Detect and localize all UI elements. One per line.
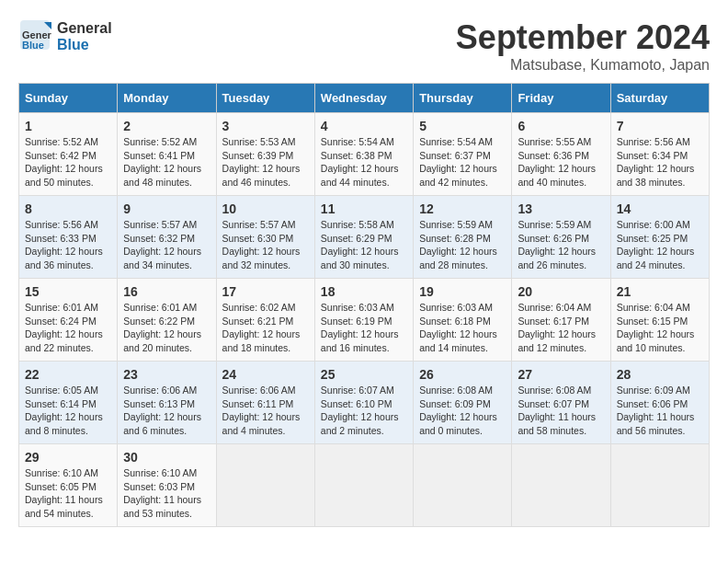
day-number: 27 bbox=[518, 367, 604, 382]
calendar-cell: 7 Sunrise: 5:56 AM Sunset: 6:34 PM Dayli… bbox=[610, 113, 709, 196]
day-info: Sunrise: 6:08 AM Sunset: 6:07 PM Dayligh… bbox=[518, 384, 604, 438]
calendar-cell: 17 Sunrise: 6:02 AM Sunset: 6:21 PM Dayl… bbox=[216, 279, 314, 362]
day-info: Sunrise: 6:03 AM Sunset: 6:19 PM Dayligh… bbox=[321, 301, 407, 355]
day-info: Sunrise: 5:53 AM Sunset: 6:39 PM Dayligh… bbox=[222, 135, 309, 190]
day-info: Sunrise: 5:59 AM Sunset: 6:26 PM Dayligh… bbox=[518, 218, 604, 272]
calendar-cell bbox=[512, 444, 610, 527]
day-number: 5 bbox=[419, 119, 506, 133]
day-number: 26 bbox=[419, 367, 506, 382]
calendar-cell bbox=[216, 444, 314, 527]
day-info: Sunrise: 5:54 AM Sunset: 6:37 PM Dayligh… bbox=[419, 135, 506, 190]
calendar-table: Sunday Monday Tuesday Wednesday Thursday… bbox=[18, 83, 710, 527]
calendar-header-row: Sunday Monday Tuesday Wednesday Thursday… bbox=[19, 84, 710, 113]
svg-text:Blue: Blue bbox=[22, 40, 44, 51]
day-number: 20 bbox=[518, 284, 604, 299]
calendar-cell: 14 Sunrise: 6:00 AM Sunset: 6:25 PM Dayl… bbox=[610, 196, 709, 279]
location-subtitle: Matsubase, Kumamoto, Japan bbox=[456, 57, 710, 74]
calendar-cell: 1 Sunrise: 5:52 AM Sunset: 6:42 PM Dayli… bbox=[19, 113, 118, 196]
day-info: Sunrise: 6:04 AM Sunset: 6:15 PM Dayligh… bbox=[617, 301, 703, 355]
calendar-cell: 22 Sunrise: 6:05 AM Sunset: 6:14 PM Dayl… bbox=[19, 362, 118, 444]
calendar-cell: 6 Sunrise: 5:55 AM Sunset: 6:36 PM Dayli… bbox=[512, 113, 610, 196]
day-info: Sunrise: 6:04 AM Sunset: 6:17 PM Dayligh… bbox=[518, 301, 604, 355]
header-saturday: Saturday bbox=[610, 84, 709, 113]
day-info: Sunrise: 6:01 AM Sunset: 6:22 PM Dayligh… bbox=[123, 301, 210, 355]
calendar-cell: 29 Sunrise: 6:10 AM Sunset: 6:05 PM Dayl… bbox=[19, 444, 118, 527]
calendar-cell bbox=[610, 444, 709, 527]
day-number: 19 bbox=[419, 284, 506, 299]
day-info: Sunrise: 6:05 AM Sunset: 6:14 PM Dayligh… bbox=[25, 384, 111, 438]
day-info: Sunrise: 5:55 AM Sunset: 6:36 PM Dayligh… bbox=[518, 135, 604, 190]
day-number: 3 bbox=[222, 119, 309, 133]
calendar-cell: 28 Sunrise: 6:09 AM Sunset: 6:06 PM Dayl… bbox=[610, 362, 709, 444]
day-number: 8 bbox=[25, 201, 111, 216]
calendar-cell: 11 Sunrise: 5:58 AM Sunset: 6:29 PM Dayl… bbox=[314, 196, 413, 279]
calendar-cell: 15 Sunrise: 6:01 AM Sunset: 6:24 PM Dayl… bbox=[19, 279, 118, 362]
day-info: Sunrise: 5:52 AM Sunset: 6:42 PM Dayligh… bbox=[25, 135, 111, 190]
logo-general: General bbox=[57, 20, 112, 37]
calendar-cell: 10 Sunrise: 5:57 AM Sunset: 6:30 PM Dayl… bbox=[216, 196, 314, 279]
day-number: 11 bbox=[321, 201, 407, 216]
day-info: Sunrise: 6:00 AM Sunset: 6:25 PM Dayligh… bbox=[617, 218, 703, 272]
calendar-cell: 19 Sunrise: 6:03 AM Sunset: 6:18 PM Dayl… bbox=[414, 279, 512, 362]
header-sunday: Sunday bbox=[19, 84, 118, 113]
day-info: Sunrise: 6:06 AM Sunset: 6:13 PM Dayligh… bbox=[123, 384, 210, 438]
day-info: Sunrise: 6:07 AM Sunset: 6:10 PM Dayligh… bbox=[321, 384, 407, 438]
day-info: Sunrise: 5:56 AM Sunset: 6:33 PM Dayligh… bbox=[25, 218, 111, 272]
calendar-cell bbox=[414, 444, 512, 527]
day-number: 12 bbox=[419, 201, 506, 216]
logo-blue: Blue bbox=[57, 37, 112, 53]
calendar-cell: 13 Sunrise: 5:59 AM Sunset: 6:26 PM Dayl… bbox=[512, 196, 610, 279]
day-number: 6 bbox=[518, 119, 604, 133]
header-monday: Monday bbox=[118, 84, 216, 113]
day-number: 17 bbox=[222, 284, 309, 299]
day-number: 4 bbox=[321, 119, 407, 133]
logo-mark: General Blue bbox=[18, 18, 51, 55]
calendar-cell: 18 Sunrise: 6:03 AM Sunset: 6:19 PM Dayl… bbox=[314, 279, 413, 362]
month-title: September 2024 bbox=[456, 18, 710, 57]
calendar-cell: 23 Sunrise: 6:06 AM Sunset: 6:13 PM Dayl… bbox=[118, 362, 216, 444]
calendar-cell: 4 Sunrise: 5:54 AM Sunset: 6:38 PM Dayli… bbox=[314, 113, 413, 196]
calendar-cell: 5 Sunrise: 5:54 AM Sunset: 6:37 PM Dayli… bbox=[414, 113, 512, 196]
header-thursday: Thursday bbox=[414, 84, 512, 113]
page-header: General Blue General Blue September 2024… bbox=[18, 18, 710, 74]
day-number: 10 bbox=[222, 201, 309, 216]
day-number: 14 bbox=[617, 201, 703, 216]
calendar-cell: 26 Sunrise: 6:08 AM Sunset: 6:09 PM Dayl… bbox=[414, 362, 512, 444]
day-info: Sunrise: 6:01 AM Sunset: 6:24 PM Dayligh… bbox=[25, 301, 111, 355]
title-section: September 2024 Matsubase, Kumamoto, Japa… bbox=[456, 18, 710, 74]
calendar-cell: 20 Sunrise: 6:04 AM Sunset: 6:17 PM Dayl… bbox=[512, 279, 610, 362]
day-number: 9 bbox=[123, 201, 210, 216]
day-number: 1 bbox=[25, 119, 111, 133]
calendar-cell: 30 Sunrise: 6:10 AM Sunset: 6:03 PM Dayl… bbox=[118, 444, 216, 527]
header-wednesday: Wednesday bbox=[314, 84, 413, 113]
day-info: Sunrise: 6:08 AM Sunset: 6:09 PM Dayligh… bbox=[419, 384, 506, 438]
calendar-cell: 8 Sunrise: 5:56 AM Sunset: 6:33 PM Dayli… bbox=[19, 196, 118, 279]
day-number: 25 bbox=[321, 367, 407, 382]
header-friday: Friday bbox=[512, 84, 610, 113]
day-info: Sunrise: 5:54 AM Sunset: 6:38 PM Dayligh… bbox=[321, 135, 407, 190]
day-info: Sunrise: 6:10 AM Sunset: 6:05 PM Dayligh… bbox=[25, 466, 111, 521]
day-number: 21 bbox=[617, 284, 703, 299]
calendar-cell: 16 Sunrise: 6:01 AM Sunset: 6:22 PM Dayl… bbox=[118, 279, 216, 362]
day-number: 16 bbox=[123, 284, 210, 299]
day-number: 2 bbox=[123, 119, 210, 133]
logo: General Blue General Blue bbox=[18, 18, 112, 55]
day-info: Sunrise: 5:52 AM Sunset: 6:41 PM Dayligh… bbox=[123, 135, 210, 190]
day-number: 28 bbox=[617, 367, 703, 382]
calendar-cell: 24 Sunrise: 6:06 AM Sunset: 6:11 PM Dayl… bbox=[216, 362, 314, 444]
day-info: Sunrise: 5:58 AM Sunset: 6:29 PM Dayligh… bbox=[321, 218, 407, 272]
header-tuesday: Tuesday bbox=[216, 84, 314, 113]
day-info: Sunrise: 6:03 AM Sunset: 6:18 PM Dayligh… bbox=[419, 301, 506, 355]
day-info: Sunrise: 5:59 AM Sunset: 6:28 PM Dayligh… bbox=[419, 218, 506, 272]
calendar-cell: 12 Sunrise: 5:59 AM Sunset: 6:28 PM Dayl… bbox=[414, 196, 512, 279]
day-info: Sunrise: 6:02 AM Sunset: 6:21 PM Dayligh… bbox=[222, 301, 309, 355]
calendar-cell: 2 Sunrise: 5:52 AM Sunset: 6:41 PM Dayli… bbox=[118, 113, 216, 196]
day-number: 29 bbox=[25, 450, 111, 465]
day-number: 24 bbox=[222, 367, 309, 382]
calendar-cell: 27 Sunrise: 6:08 AM Sunset: 6:07 PM Dayl… bbox=[512, 362, 610, 444]
day-info: Sunrise: 6:06 AM Sunset: 6:11 PM Dayligh… bbox=[222, 384, 309, 438]
calendar-cell bbox=[314, 444, 413, 527]
day-number: 30 bbox=[123, 450, 210, 465]
calendar-cell: 3 Sunrise: 5:53 AM Sunset: 6:39 PM Dayli… bbox=[216, 113, 314, 196]
day-number: 22 bbox=[25, 367, 111, 382]
